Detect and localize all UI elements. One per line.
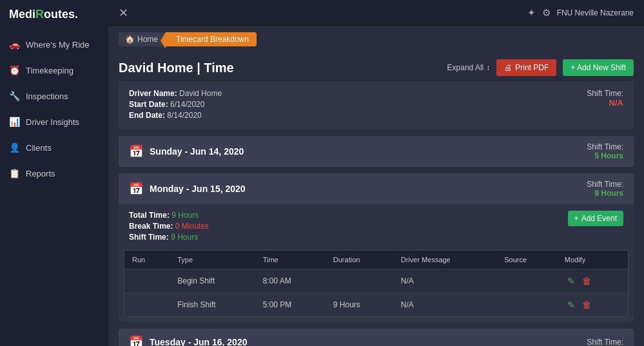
shift-time-detail-line: Shift Time: 9 Hours bbox=[129, 233, 209, 242]
tuesday-row[interactable]: 📅 Tuesday - Jun 16, 2020 Shift Time: bbox=[119, 329, 634, 346]
sidebar: MediRoutes. 🚗 Where's My Ride ⏰ Timekeep… bbox=[0, 0, 108, 346]
clock-icon: ⏰ bbox=[9, 65, 19, 75]
breadcrumb-bar: 🏠 Home Timecard Breakdown bbox=[108, 26, 644, 53]
user-name: FNU Neville Nazerane bbox=[557, 8, 634, 17]
add-shift-label: + Add New Shift bbox=[571, 63, 626, 72]
tuesday-shift-label: Shift Time: bbox=[587, 338, 623, 346]
main-content: ✕ ✦ ⚙ FNU Neville Nazerane 🏠 Home Timeca… bbox=[108, 0, 644, 346]
table-row: Begin Shift 8:00 AM N/A ✎ 🗑 bbox=[124, 269, 628, 293]
monday-shift-value: 9 Hours bbox=[587, 189, 623, 198]
monday-card: 📅 Monday - Jun 15, 2020 Shift Time: 9 Ho… bbox=[119, 173, 634, 322]
user-icon: 👤 bbox=[9, 142, 19, 153]
sidebar-item-wheres-my-ride[interactable]: 🚗 Where's My Ride bbox=[0, 32, 108, 57]
shift-time-value: N/A bbox=[587, 98, 623, 108]
driver-info-left: Driver Name: David Home Start Date: 6/14… bbox=[129, 89, 222, 122]
col-run: Run bbox=[124, 251, 170, 269]
sunday-label: Sunday - Jun 14, 2020 bbox=[150, 146, 244, 157]
sunday-left: 📅 Sunday - Jun 14, 2020 bbox=[129, 144, 244, 159]
cell-driver-msg-1: N/A bbox=[393, 269, 497, 293]
total-time-line: Total Time: 9 Hours bbox=[129, 211, 209, 220]
breadcrumb-home[interactable]: 🏠 Home bbox=[119, 32, 164, 46]
sunday-shift-label: Shift Time: bbox=[587, 142, 623, 151]
shift-time-label: Shift Time: bbox=[587, 89, 623, 98]
sidebar-item-reports[interactable]: 📋 Reports bbox=[0, 160, 108, 186]
monday-label: Monday - Jun 15, 2020 bbox=[150, 184, 246, 194]
page-header: David Home | Time Expand All ↕ 🖨 Print P… bbox=[108, 53, 644, 81]
monday-left: 📅 Monday - Jun 15, 2020 bbox=[129, 182, 246, 196]
expand-all-button[interactable]: Expand All ↕ bbox=[447, 63, 491, 72]
table-row: Finish Shift 5:00 PM 9 Hours N/A ✎ 🗑 bbox=[124, 293, 628, 317]
breadcrumb-current: Timecard Breakdown bbox=[166, 32, 257, 46]
sidebar-label-wheres-my-ride: Where's My Ride bbox=[26, 40, 90, 50]
close-button[interactable]: ✕ bbox=[119, 6, 128, 20]
col-time: Time bbox=[255, 251, 326, 269]
sidebar-label-inspections: Inspections bbox=[26, 91, 68, 101]
sidebar-label-driver-insights: Driver Insights bbox=[26, 117, 79, 127]
sidebar-label-clients: Clients bbox=[26, 143, 52, 153]
break-time-label: Break Time: bbox=[129, 222, 173, 231]
expand-all-label: Expand All bbox=[447, 63, 484, 72]
end-date-label: End Date: bbox=[129, 111, 165, 120]
break-time-line: Break Time: 0 Minutes bbox=[129, 222, 209, 231]
calendar-icon-monday: 📅 bbox=[129, 182, 143, 196]
printer-icon: 🖨 bbox=[504, 63, 512, 72]
monday-row[interactable]: 📅 Monday - Jun 15, 2020 Shift Time: 9 Ho… bbox=[119, 173, 634, 204]
cell-driver-msg-2: N/A bbox=[393, 293, 497, 317]
sidebar-item-inspections[interactable]: 🔧 Inspections bbox=[0, 83, 108, 109]
end-date-line: End Date: 8/14/2020 bbox=[129, 111, 222, 120]
calendar-icon-tuesday: 📅 bbox=[129, 335, 143, 346]
sunday-card: 📅 Sunday - Jun 14, 2020 Shift Time: 5 Ho… bbox=[119, 136, 634, 167]
settings-icon[interactable]: ⚙ bbox=[542, 7, 551, 19]
delete-row1-button[interactable]: 🗑 bbox=[580, 274, 594, 287]
monday-shift-label: Shift Time: bbox=[587, 180, 623, 189]
start-date-line: Start Date: 6/14/2020 bbox=[129, 100, 222, 109]
sidebar-label-timekeeping: Timekeeping bbox=[26, 66, 73, 75]
add-new-shift-button[interactable]: + Add New Shift bbox=[563, 59, 634, 76]
sidebar-item-driver-insights[interactable]: 📊 Driver Insights bbox=[0, 109, 108, 135]
breadcrumb-home-label: Home bbox=[137, 35, 158, 44]
sunday-row[interactable]: 📅 Sunday - Jun 14, 2020 Shift Time: 5 Ho… bbox=[119, 136, 634, 167]
cell-type-2: Finish Shift bbox=[170, 293, 255, 317]
add-event-label: Add Event bbox=[581, 214, 617, 223]
edit-row2-button[interactable]: ✎ bbox=[565, 298, 578, 311]
sunday-shift-time: Shift Time: 5 Hours bbox=[587, 142, 623, 160]
cell-time-2: 5:00 PM bbox=[255, 293, 326, 317]
col-modify: Modify bbox=[557, 251, 628, 269]
start-date-label: Start Date: bbox=[129, 100, 168, 109]
driver-name-line: Driver Name: David Home bbox=[129, 89, 222, 98]
col-duration: Duration bbox=[326, 251, 393, 269]
print-pdf-label: Print PDF bbox=[515, 63, 549, 72]
cell-modify-1: ✎ 🗑 bbox=[557, 269, 628, 293]
driver-shift-time: Shift Time: N/A bbox=[587, 89, 623, 108]
plus-icon: + bbox=[574, 214, 579, 223]
monday-shift-time: Shift Time: 9 Hours bbox=[587, 180, 623, 198]
edit-row1-button[interactable]: ✎ bbox=[565, 274, 578, 287]
monday-details: Total Time: 9 Hours Break Time: 0 Minute… bbox=[119, 204, 634, 250]
table-header-row: Run Type Time Duration Driver Message So… bbox=[124, 251, 628, 269]
sidebar-item-timekeeping[interactable]: ⏰ Timekeeping bbox=[0, 57, 108, 83]
content-area: 🏠 Home Timecard Breakdown David Home | T… bbox=[108, 26, 644, 346]
col-driver-message: Driver Message bbox=[393, 251, 497, 269]
shift-time-detail-label: Shift Time: bbox=[129, 233, 169, 242]
star-icon[interactable]: ✦ bbox=[527, 7, 536, 19]
cell-duration-2: 9 Hours bbox=[326, 293, 393, 317]
driver-name-value: David Home bbox=[179, 89, 222, 98]
total-time-label: Total Time: bbox=[129, 211, 170, 220]
delete-row2-button[interactable]: 🗑 bbox=[580, 298, 594, 311]
sidebar-item-clients[interactable]: 👤 Clients bbox=[0, 135, 108, 160]
add-event-button[interactable]: + Add Event bbox=[568, 211, 623, 226]
cell-source-2 bbox=[496, 293, 557, 317]
page-actions: Expand All ↕ 🖨 Print PDF + Add New Shift bbox=[447, 59, 634, 76]
cell-source-1 bbox=[496, 269, 557, 293]
cell-time-1: 8:00 AM bbox=[255, 269, 326, 293]
print-pdf-button[interactable]: 🖨 Print PDF bbox=[496, 59, 556, 76]
total-time-value: 9 Hours bbox=[171, 211, 199, 220]
monday-expanded: Total Time: 9 Hours Break Time: 0 Minute… bbox=[119, 204, 634, 317]
end-date-value: 8/14/2020 bbox=[167, 111, 201, 120]
break-time-value: 0 Minutes bbox=[175, 222, 209, 231]
sidebar-nav: 🚗 Where's My Ride ⏰ Timekeeping 🔧 Inspec… bbox=[0, 32, 108, 186]
logo: MediRoutes. bbox=[0, 0, 108, 29]
car-icon: 🚗 bbox=[9, 39, 19, 50]
monday-details-left: Total Time: 9 Hours Break Time: 0 Minute… bbox=[129, 211, 209, 244]
table-head: Run Type Time Duration Driver Message So… bbox=[124, 251, 628, 269]
